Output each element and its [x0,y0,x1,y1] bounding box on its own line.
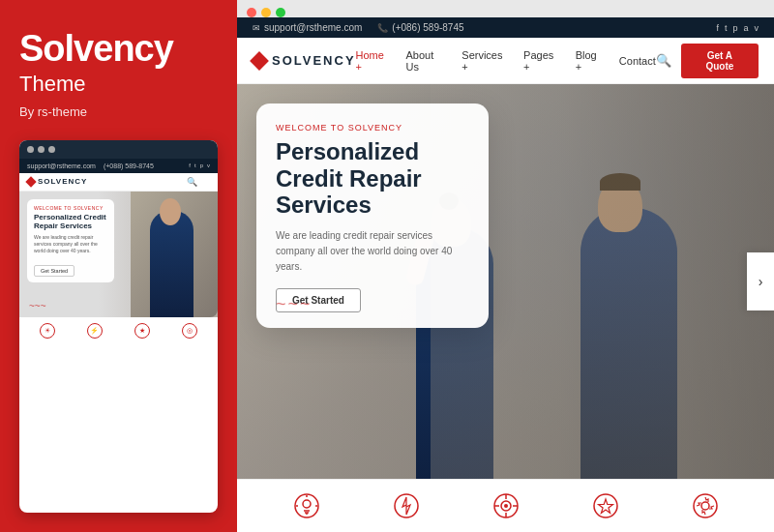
right-panel: ✉ support@rstheme.com 📞 (+086) 589-8745 … [237,0,774,532]
mini-icon-2: ⚡ [87,323,103,339]
social-icons: f t p a v [716,23,759,33]
mini-hero-desc: We are leading credit repair services co… [34,234,107,254]
slider-next-arrow[interactable]: › [747,252,774,310]
mini-hero: WELCOME TO SOLVENCY Personalized Credit … [19,192,218,317]
hero-section: WELCOME TO SOLVENCY Personalized Credit … [237,84,774,479]
nav-link-contact[interactable]: Contact [619,55,656,67]
mini-figure-body [150,211,194,317]
mini-welcome-text: WELCOME TO SOLVENCY [34,205,107,211]
social-vimeo-icon[interactable]: v [755,23,759,33]
mini-social-t: t [194,163,196,168]
mini-logo: SOLVENCY [27,177,87,186]
mini-wave: ~~~ [29,301,46,311]
mini-phone: (+088) 589-8745 [104,163,154,169]
bottom-icon-item-4 [591,491,620,520]
mini-icon-circle-1: ☀ [40,323,55,339]
phone-text: (+086) 589-8745 [392,22,463,33]
top-info-bar: ✉ support@rstheme.com 📞 (+086) 589-8745 … [237,17,774,38]
hero-wave-decoration: ~~~ [276,294,313,314]
phone-info-item: 📞 (+086) 589-8745 [377,22,463,33]
nav-links: Home + About Us Services + Pages + Blog … [356,49,656,73]
bottom-icon-svg-1 [292,491,321,520]
mini-icon-circle-2: ⚡ [87,323,103,339]
mini-icon-circle-4: ◎ [182,323,197,339]
svg-point-1 [303,500,311,508]
mini-hero-photo [131,192,218,317]
mini-icon-3: ★ [134,323,150,339]
nav-link-home[interactable]: Home + [356,49,391,73]
get-quote-button[interactable]: Get A Quote [681,44,759,78]
nav-link-about[interactable]: About Us [405,49,446,73]
bottom-icon-svg-5 [691,491,720,520]
nav-logo-diamond-icon [250,51,269,71]
phone-icon: 📞 [377,23,388,33]
mini-logo-text: SOLVENCY [38,177,87,186]
mini-social-v: v [207,163,210,168]
brand-subtitle: Theme [19,72,218,97]
hero-description: We are leading credit repair services co… [276,228,469,275]
mini-dot-2 [38,146,45,153]
mini-icons-row: ☀ ⚡ ★ ◎ [19,317,218,344]
browser-chrome [237,0,774,17]
mini-icon-1: ☀ [40,323,55,339]
browser-dot-1 [247,8,256,17]
mini-nav-icons: 🔍 ⊞ [187,177,210,187]
bottom-icon-item-5 [691,491,720,520]
mini-hero-overlay: WELCOME TO SOLVENCY Personalized Credit … [27,199,114,282]
nav-link-services[interactable]: Services + [461,49,508,73]
nav-link-pages[interactable]: Pages + [523,49,560,73]
browser-dot-3 [276,8,285,17]
mini-dot-3 [48,146,55,153]
mini-top-info-bar: support@rstheme.com (+088) 589-8745 f t … [19,159,218,173]
bottom-icon-svg-4 [591,491,620,520]
mini-browser-mockup: support@rstheme.com (+088) 589-8745 f t … [19,140,218,513]
social-facebook-icon[interactable]: f [716,23,719,33]
bottom-icon-svg-3 [491,491,521,520]
hero-welcome-text: WELCOME TO SOLVENCY [276,123,469,133]
bottom-icon-item-1 [292,491,321,520]
mini-email: support@rstheme.com [27,163,96,169]
mini-get-started-btn[interactable]: Get Started [34,265,74,277]
mini-social-f: f [189,163,191,168]
mini-dot-1 [27,146,34,153]
nav-link-blog[interactable]: Blog + [576,49,604,73]
mini-social-p: p [200,163,203,168]
email-icon: ✉ [253,23,260,33]
hero-card: WELCOME TO SOLVENCY Personalized Credit … [256,103,489,328]
mini-top-bar-right: f t p v [189,163,210,168]
nav-right: 🔍 Get A Quote [656,44,759,78]
svg-point-19 [701,502,709,510]
bottom-icon-svg-2 [392,491,421,520]
nav-logo: SOLVENCY [253,53,356,68]
nav-logo-text: SOLVENCY [272,53,356,68]
hero-title: Personalized Credit Repair Services [276,138,469,219]
mini-browser-bar [19,140,218,159]
browser-dot-2 [261,8,271,17]
mini-search-icon: 🔍 [187,177,197,187]
email-info-item: ✉ support@rstheme.com [253,22,362,33]
bottom-icon-item-2 [392,491,421,520]
mini-top-bar-left: support@rstheme.com (+088) 589-8745 [27,163,154,169]
left-panel: Solvency Theme By rs-theme support@rsthe… [0,0,237,532]
svg-point-11 [504,504,508,508]
social-pinterest-icon[interactable]: p [732,23,737,33]
social-twitter-icon[interactable]: t [725,23,728,33]
brand-by: By rs-theme [19,104,218,119]
brand-title: Solvency [19,29,218,70]
mini-nav: SOLVENCY 🔍 ⊞ [19,173,218,192]
bottom-icons-strip [237,479,774,532]
email-text: support@rstheme.com [264,22,362,33]
main-nav: SOLVENCY Home + About Us Services + Page… [237,38,774,84]
social-another-icon[interactable]: a [743,23,748,33]
website-content: ✉ support@rstheme.com 📞 (+086) 589-8745 … [237,17,774,532]
bottom-icon-item-3 [491,491,521,520]
mini-grid-icon: ⊞ [202,177,210,187]
svg-marker-17 [598,499,612,514]
top-info-left: ✉ support@rstheme.com 📞 (+086) 589-8745 [253,22,464,33]
mini-figure-head [160,198,181,225]
mini-logo-diamond-icon [25,176,36,187]
mini-icon-4: ◎ [182,323,197,339]
nav-search-icon[interactable]: 🔍 [656,53,671,68]
mini-icon-circle-3: ★ [134,323,150,339]
mini-hero-title: Personalized Credit Repair Services [34,213,107,231]
